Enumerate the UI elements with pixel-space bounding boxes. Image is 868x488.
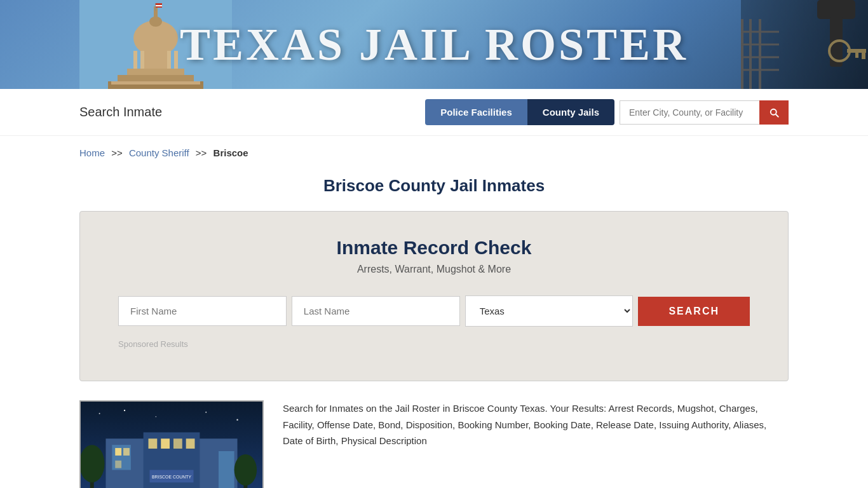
sponsored-label: Sponsored Results [118,339,750,349]
svg-rect-7 [167,51,171,70]
svg-rect-13 [155,3,156,11]
record-check-title: Inmate Record Check [118,237,750,259]
svg-rect-42 [115,448,121,456]
svg-rect-2 [143,37,168,69]
description-section: BRISCOE COUNTY Search for Inmates on the… [79,400,789,488]
facility-search-button[interactable] [759,100,789,125]
svg-rect-23 [855,53,858,58]
first-name-input[interactable] [118,296,287,326]
state-select[interactable]: AlabamaAlaskaArizonaArkansasCaliforniaCo… [465,295,634,327]
last-name-input[interactable] [292,296,460,326]
svg-rect-48 [186,438,195,449]
svg-point-33 [99,413,100,414]
svg-rect-6 [140,51,144,70]
nav-right: Police Facilities County Jails [425,99,789,125]
svg-rect-41 [219,451,234,488]
svg-rect-44 [115,461,121,468]
svg-rect-45 [149,438,158,449]
svg-rect-46 [161,438,170,449]
svg-rect-8 [174,51,178,70]
breadcrumb-county-sheriff[interactable]: County Sheriff [129,147,189,158]
svg-point-37 [236,419,238,421]
svg-rect-47 [173,438,182,449]
svg-rect-15 [156,3,162,5]
search-section: Inmate Record Check Arrests, Warrant, Mu… [79,211,789,381]
search-icon [768,107,780,118]
svg-point-34 [124,410,125,411]
breadcrumb-separator-2: >> [196,147,207,158]
record-check-subtitle: Arrests, Warrant, Mugshot & More [118,264,750,275]
facility-search-input[interactable] [620,100,759,125]
breadcrumb: Home >> County Sheriff >> Briscoe [0,136,868,170]
svg-text:BRISCOE COUNTY: BRISCOE COUNTY [152,475,191,479]
svg-point-35 [156,416,157,417]
breadcrumb-home[interactable]: Home [79,147,105,158]
police-facilities-button[interactable]: Police Facilities [425,99,527,125]
breadcrumb-separator-1: >> [111,147,123,158]
keys-image [741,0,868,89]
page-title: Briscoe County Jail Inmates [0,176,868,196]
search-inmate-label: Search Inmate [79,105,162,119]
banner-title: Texas Jail Roster [180,18,688,71]
breadcrumb-current: Briscoe [214,147,248,158]
nav-search-wrapper [620,100,789,125]
svg-rect-43 [123,448,130,456]
description-text: Search for Inmates on the Jail Roster in… [283,400,789,449]
svg-point-36 [205,412,207,413]
svg-rect-10 [118,75,194,81]
svg-point-55 [234,454,257,485]
search-fields: AlabamaAlaskaArizonaArkansasCaliforniaCo… [118,295,750,327]
svg-rect-21 [847,49,866,53]
svg-rect-22 [862,53,865,59]
svg-rect-5 [133,51,137,70]
svg-rect-16 [156,5,162,6]
svg-rect-12 [111,81,200,85]
search-button[interactable]: SEARCH [638,297,750,326]
building-image: BRISCOE COUNTY [79,400,264,488]
nav-bar: Search Inmate Police Facilities County J… [0,89,868,136]
county-jails-button[interactable]: County Jails [527,99,614,125]
header-banner: Texas Jail Roster [0,0,868,89]
